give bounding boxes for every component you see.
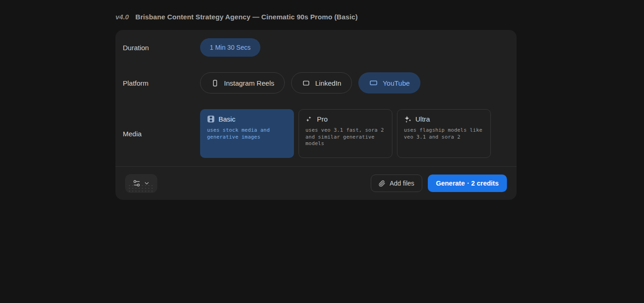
platform-options: Instagram Reels LinkedIn YouTube (200, 72, 420, 93)
media-option-title-row: Basic (207, 115, 287, 123)
media-option-name: Basic (218, 115, 236, 123)
duration-option-selected[interactable]: 1 Min 30 Secs (200, 38, 260, 57)
widescreen-aspect-icon (369, 78, 378, 87)
sparkles-icon (404, 115, 412, 123)
media-option-basic[interactable]: Basic uses stock media and generative im… (200, 109, 294, 158)
film-icon (207, 115, 215, 123)
platform-option-youtube[interactable]: YouTube (358, 72, 420, 93)
add-files-button[interactable]: Add files (371, 175, 422, 192)
small-sparkles-icon (305, 115, 313, 123)
platform-label: Platform (115, 79, 200, 87)
media-label: Media (115, 130, 200, 138)
paperclip-icon (379, 180, 385, 187)
sliders-icon (132, 179, 141, 187)
duration-label: Duration (115, 44, 200, 52)
media-option-description: uses flagship models like veo 3.1 and so… (404, 127, 484, 140)
platform-option-label: LinkedIn (315, 79, 341, 87)
page-header: v4.0 Brisbane Content Strategy Agency — … (115, 13, 357, 21)
footer-actions: Add files Generate · 2 credits (371, 175, 507, 192)
chevron-down-icon (144, 180, 150, 186)
panel-footer: Add files Generate · 2 credits (115, 166, 517, 200)
generate-button[interactable]: Generate · 2 credits (428, 175, 507, 192)
add-files-label: Add files (390, 180, 414, 187)
portrait-aspect-icon (211, 79, 219, 87)
page-title: Brisbane Content Strategy Agency — Cinem… (135, 13, 357, 21)
media-options: Basic uses stock media and generative im… (200, 109, 491, 158)
platform-row: Platform Instagram Reels LinkedIn (115, 72, 517, 93)
settings-dropdown-button[interactable] (125, 174, 157, 193)
landscape-aspect-icon (302, 79, 310, 87)
media-option-ultra[interactable]: Ultra uses flagship models like veo 3.1 … (397, 109, 491, 158)
media-row: Media Basic uses stock media and generat… (115, 109, 517, 158)
media-option-name: Pro (317, 115, 328, 123)
platform-option-label: YouTube (383, 79, 410, 87)
platform-option-instagram-reels[interactable]: Instagram Reels (200, 72, 285, 93)
platform-option-linkedin[interactable]: LinkedIn (291, 72, 352, 93)
media-option-name: Ultra (415, 115, 430, 123)
duration-option-label: 1 Min 30 Secs (210, 44, 251, 51)
media-option-pro[interactable]: Pro uses veo 3.1 fast, sora 2 and simila… (299, 109, 392, 158)
generation-settings-panel: Duration 1 Min 30 Secs Platform Instagra… (115, 30, 517, 200)
media-option-description: uses stock media and generative images (207, 127, 287, 140)
generate-credits-label: · 2 credits (467, 180, 499, 187)
platform-option-label: Instagram Reels (224, 79, 274, 87)
media-option-title-row: Ultra (404, 115, 484, 123)
media-option-description: uses veo 3.1 fast, sora 2 and similar ge… (305, 127, 385, 147)
version-label: v4.0 (115, 13, 129, 21)
media-option-title-row: Pro (305, 115, 385, 123)
generate-label: Generate (436, 180, 465, 187)
duration-row: Duration 1 Min 30 Secs (115, 38, 517, 57)
